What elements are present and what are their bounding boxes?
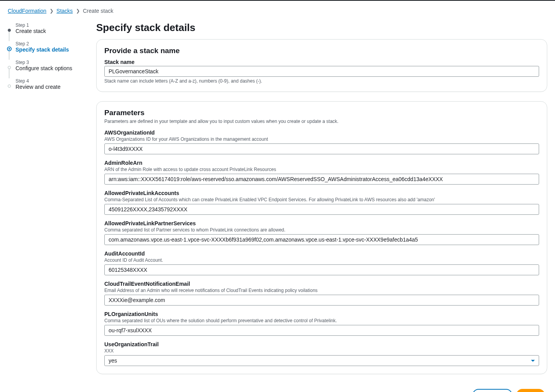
breadcrumb-current: Create stack: [83, 8, 114, 14]
breadcrumb-cloudformation[interactable]: CloudFormation: [8, 8, 47, 14]
param-desc: Account ID of Audit Account.: [104, 257, 539, 263]
cancel-button[interactable]: Cancel: [434, 389, 469, 392]
stack-name-panel: Provide a stack name Stack name Stack na…: [96, 39, 547, 92]
wizard-footer: Cancel Previous Next: [96, 383, 547, 392]
wizard-step-title: Configure stack options: [16, 65, 85, 71]
chevron-right-icon: ❯: [76, 8, 80, 14]
param-label-allowed-privatelink-accounts: AllowedPrivateLinkAccounts: [104, 190, 539, 196]
wizard-step-4[interactable]: Step 4 Review and create: [8, 78, 85, 90]
param-desc: AWS Organizations ID for your AWS Organi…: [104, 136, 539, 142]
param-label-use-organization-trail: UseOrganizationTrail: [104, 341, 539, 347]
param-label-allowed-privatelink-partner-services: AllowedPrivateLinkPartnerServices: [104, 220, 539, 226]
param-desc: Comma-Separated List of Accounts which c…: [104, 197, 539, 202]
wizard-step-3[interactable]: Step 3 Configure stack options: [8, 60, 85, 71]
param-desc: Comma separated list of OUs where the so…: [104, 318, 539, 323]
breadcrumb-stacks[interactable]: Stacks: [57, 8, 73, 14]
param-input-admin-role-arn[interactable]: [104, 174, 539, 185]
param-input-allowed-privatelink-partner-services[interactable]: [104, 234, 539, 245]
wizard-step-1[interactable]: Step 1 Create stack: [8, 22, 85, 34]
wizard-navigation: Step 1 Create stack Step 2 Specify stack…: [8, 22, 85, 392]
param-desc: XXX: [104, 348, 539, 354]
param-input-allowed-privatelink-accounts[interactable]: [104, 204, 539, 215]
param-input-pl-organization-units[interactable]: [104, 325, 539, 336]
breadcrumb: CloudFormation ❯ Stacks ❯ Create stack: [8, 8, 547, 14]
wizard-step-num: Step 2: [16, 41, 85, 47]
panel-subheading: Parameters are defined in your template …: [104, 119, 539, 124]
param-desc: ARN of the Admin Role with access to upd…: [104, 167, 539, 172]
param-input-aws-organization-id[interactable]: [104, 143, 539, 154]
parameters-panel: Parameters Parameters are defined in you…: [96, 101, 547, 374]
param-label-cloudtrail-email: CloudTrailEventNotificationEmail: [104, 281, 539, 287]
param-label-aws-organization-id: AWSOrganizationId: [104, 130, 539, 136]
wizard-step-num: Step 4: [16, 78, 85, 84]
wizard-step-2[interactable]: Step 2 Specify stack details: [8, 41, 85, 53]
wizard-step-num: Step 1: [16, 22, 85, 28]
chevron-right-icon: ❯: [50, 8, 54, 14]
wizard-step-title: Review and create: [16, 84, 85, 90]
step-indicator-icon: [8, 29, 11, 32]
next-button[interactable]: Next: [516, 389, 545, 392]
param-input-audit-account-id[interactable]: [104, 264, 539, 275]
stack-name-hint: Stack name can include letters (A-Z and …: [104, 78, 539, 84]
param-label-pl-organization-units: PLOrganizationUnits: [104, 311, 539, 317]
stack-name-label: Stack name: [104, 59, 539, 65]
step-indicator-icon: [8, 66, 11, 69]
wizard-step-num: Step 3: [16, 60, 85, 65]
page-title: Specify stack details: [96, 22, 547, 34]
param-desc: Email Address of an Admin who will recei…: [104, 288, 539, 293]
panel-heading: Provide a stack name: [104, 47, 539, 55]
step-indicator-icon: [7, 47, 12, 51]
param-label-admin-role-arn: AdminRoleArn: [104, 160, 539, 166]
param-select-use-organization-trail[interactable]: yes: [104, 355, 539, 366]
param-desc: Comma separated list of Partner services…: [104, 227, 539, 233]
step-indicator-icon: [8, 85, 11, 88]
param-label-audit-account-id: AuditAccountId: [104, 250, 539, 257]
previous-button[interactable]: Previous: [472, 389, 512, 392]
wizard-step-title: Specify stack details: [16, 47, 85, 53]
wizard-step-title: Create stack: [16, 28, 85, 34]
panel-heading: Parameters: [104, 109, 539, 117]
param-input-cloudtrail-email[interactable]: [104, 295, 539, 306]
stack-name-input[interactable]: [104, 66, 539, 77]
main-content: Specify stack details Provide a stack na…: [96, 22, 547, 392]
